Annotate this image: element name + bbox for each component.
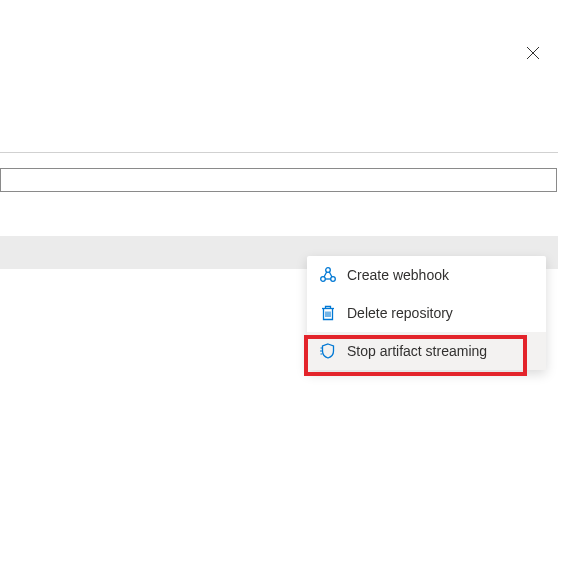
delete-icon — [319, 304, 337, 322]
context-menu: Create webhook Delete repository Stop ar — [307, 256, 546, 370]
menu-item-label: Create webhook — [347, 267, 449, 283]
streaming-icon — [319, 342, 337, 360]
menu-item-delete-repository[interactable]: Delete repository — [307, 294, 546, 332]
close-button[interactable] — [523, 45, 543, 65]
close-icon — [525, 45, 541, 65]
svg-point-2 — [331, 277, 336, 282]
search-input[interactable] — [0, 168, 557, 192]
divider — [0, 152, 558, 153]
svg-point-1 — [321, 277, 326, 282]
menu-item-create-webhook[interactable]: Create webhook — [307, 256, 546, 294]
menu-item-label: Stop artifact streaming — [347, 343, 487, 359]
menu-item-label: Delete repository — [347, 305, 453, 321]
webhook-icon — [319, 266, 337, 284]
menu-item-stop-artifact-streaming[interactable]: Stop artifact streaming — [307, 332, 546, 370]
